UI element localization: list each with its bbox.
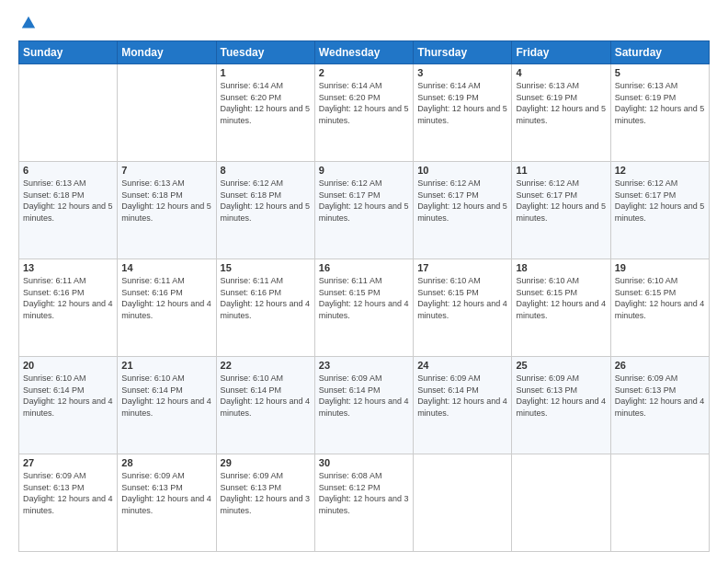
calendar-cell xyxy=(610,454,709,552)
calendar-week-row: 13Sunrise: 6:11 AM Sunset: 6:16 PM Dayli… xyxy=(19,259,710,357)
day-info: Sunrise: 6:12 AM Sunset: 6:17 PM Dayligh… xyxy=(516,178,606,224)
day-info: Sunrise: 6:12 AM Sunset: 6:17 PM Dayligh… xyxy=(319,178,409,224)
day-info: Sunrise: 6:13 AM Sunset: 6:18 PM Dayligh… xyxy=(121,178,211,224)
calendar-cell xyxy=(512,454,610,552)
logo xyxy=(18,15,37,31)
day-header-saturday: Saturday xyxy=(610,41,709,64)
day-number: 12 xyxy=(615,165,705,176)
calendar-cell: 9Sunrise: 6:12 AM Sunset: 6:17 PM Daylig… xyxy=(314,162,413,259)
day-number: 24 xyxy=(417,360,507,371)
day-info: Sunrise: 6:09 AM Sunset: 6:13 PM Dayligh… xyxy=(516,373,606,419)
calendar-cell: 20Sunrise: 6:10 AM Sunset: 6:14 PM Dayli… xyxy=(19,357,118,454)
calendar-cell: 15Sunrise: 6:11 AM Sunset: 6:16 PM Dayli… xyxy=(216,259,314,357)
day-info: Sunrise: 6:10 AM Sunset: 6:15 PM Dayligh… xyxy=(615,275,705,321)
day-info: Sunrise: 6:14 AM Sunset: 6:20 PM Dayligh… xyxy=(221,80,311,126)
day-info: Sunrise: 6:09 AM Sunset: 6:14 PM Dayligh… xyxy=(417,373,507,419)
calendar-week-row: 6Sunrise: 6:13 AM Sunset: 6:18 PM Daylig… xyxy=(19,162,710,259)
day-number: 3 xyxy=(417,67,507,78)
calendar-cell xyxy=(19,64,118,162)
calendar-cell: 22Sunrise: 6:10 AM Sunset: 6:14 PM Dayli… xyxy=(216,357,314,454)
calendar-cell: 26Sunrise: 6:09 AM Sunset: 6:13 PM Dayli… xyxy=(610,357,709,454)
day-number: 25 xyxy=(516,360,606,371)
day-number: 26 xyxy=(615,360,705,371)
calendar-cell: 7Sunrise: 6:13 AM Sunset: 6:18 PM Daylig… xyxy=(118,162,216,259)
day-number: 22 xyxy=(221,360,311,371)
day-number: 15 xyxy=(221,262,311,273)
calendar-cell: 6Sunrise: 6:13 AM Sunset: 6:18 PM Daylig… xyxy=(19,162,118,259)
calendar-cell: 23Sunrise: 6:09 AM Sunset: 6:14 PM Dayli… xyxy=(314,357,413,454)
day-info: Sunrise: 6:14 AM Sunset: 6:19 PM Dayligh… xyxy=(417,80,507,126)
calendar-cell: 14Sunrise: 6:11 AM Sunset: 6:16 PM Dayli… xyxy=(118,259,216,357)
calendar-cell: 17Sunrise: 6:10 AM Sunset: 6:15 PM Dayli… xyxy=(414,259,512,357)
day-info: Sunrise: 6:13 AM Sunset: 6:19 PM Dayligh… xyxy=(615,80,705,126)
day-number: 11 xyxy=(516,165,606,176)
day-info: Sunrise: 6:09 AM Sunset: 6:13 PM Dayligh… xyxy=(23,470,113,516)
calendar-week-row: 20Sunrise: 6:10 AM Sunset: 6:14 PM Dayli… xyxy=(19,357,710,454)
calendar-cell: 10Sunrise: 6:12 AM Sunset: 6:17 PM Dayli… xyxy=(414,162,512,259)
calendar-header-row: SundayMondayTuesdayWednesdayThursdayFrid… xyxy=(19,41,710,64)
day-info: Sunrise: 6:13 AM Sunset: 6:19 PM Dayligh… xyxy=(516,80,606,126)
day-info: Sunrise: 6:11 AM Sunset: 6:16 PM Dayligh… xyxy=(23,275,113,321)
calendar-cell: 27Sunrise: 6:09 AM Sunset: 6:13 PM Dayli… xyxy=(19,454,118,552)
calendar-cell xyxy=(118,64,216,162)
day-info: Sunrise: 6:11 AM Sunset: 6:15 PM Dayligh… xyxy=(319,275,409,321)
day-info: Sunrise: 6:09 AM Sunset: 6:13 PM Dayligh… xyxy=(121,470,211,516)
day-header-friday: Friday xyxy=(512,41,610,64)
day-info: Sunrise: 6:08 AM Sunset: 6:12 PM Dayligh… xyxy=(319,470,409,516)
day-info: Sunrise: 6:11 AM Sunset: 6:16 PM Dayligh… xyxy=(121,275,211,321)
calendar-cell: 25Sunrise: 6:09 AM Sunset: 6:13 PM Dayli… xyxy=(512,357,610,454)
day-number: 29 xyxy=(221,457,311,468)
calendar-week-row: 1Sunrise: 6:14 AM Sunset: 6:20 PM Daylig… xyxy=(19,64,710,162)
day-header-wednesday: Wednesday xyxy=(314,41,413,64)
day-info: Sunrise: 6:12 AM Sunset: 6:17 PM Dayligh… xyxy=(615,178,705,224)
calendar-cell: 12Sunrise: 6:12 AM Sunset: 6:17 PM Dayli… xyxy=(610,162,709,259)
day-number: 9 xyxy=(319,165,409,176)
day-info: Sunrise: 6:09 AM Sunset: 6:13 PM Dayligh… xyxy=(615,373,705,419)
day-info: Sunrise: 6:10 AM Sunset: 6:15 PM Dayligh… xyxy=(417,275,507,321)
day-number: 1 xyxy=(221,67,311,78)
calendar-cell xyxy=(414,454,512,552)
calendar-cell: 3Sunrise: 6:14 AM Sunset: 6:19 PM Daylig… xyxy=(414,64,512,162)
day-number: 6 xyxy=(23,165,113,176)
day-number: 19 xyxy=(615,262,705,273)
day-number: 16 xyxy=(319,262,409,273)
day-number: 23 xyxy=(319,360,409,371)
day-info: Sunrise: 6:13 AM Sunset: 6:18 PM Dayligh… xyxy=(23,178,113,224)
calendar-cell: 11Sunrise: 6:12 AM Sunset: 6:17 PM Dayli… xyxy=(512,162,610,259)
day-number: 10 xyxy=(417,165,507,176)
day-number: 18 xyxy=(516,262,606,273)
day-header-sunday: Sunday xyxy=(19,41,118,64)
day-info: Sunrise: 6:09 AM Sunset: 6:13 PM Dayligh… xyxy=(221,470,311,516)
day-info: Sunrise: 6:10 AM Sunset: 6:14 PM Dayligh… xyxy=(121,373,211,419)
day-number: 4 xyxy=(516,67,606,78)
logo-icon xyxy=(20,15,37,31)
day-number: 27 xyxy=(23,457,113,468)
calendar-cell: 21Sunrise: 6:10 AM Sunset: 6:14 PM Dayli… xyxy=(118,357,216,454)
calendar-cell: 8Sunrise: 6:12 AM Sunset: 6:18 PM Daylig… xyxy=(216,162,314,259)
svg-marker-0 xyxy=(22,17,35,29)
calendar-cell: 18Sunrise: 6:10 AM Sunset: 6:15 PM Dayli… xyxy=(512,259,610,357)
day-info: Sunrise: 6:10 AM Sunset: 6:14 PM Dayligh… xyxy=(221,373,311,419)
day-number: 8 xyxy=(221,165,311,176)
calendar-cell: 5Sunrise: 6:13 AM Sunset: 6:19 PM Daylig… xyxy=(610,64,709,162)
calendar-week-row: 27Sunrise: 6:09 AM Sunset: 6:13 PM Dayli… xyxy=(19,454,710,552)
day-header-tuesday: Tuesday xyxy=(216,41,314,64)
page-header xyxy=(18,15,710,31)
calendar-cell: 13Sunrise: 6:11 AM Sunset: 6:16 PM Dayli… xyxy=(19,259,118,357)
day-info: Sunrise: 6:10 AM Sunset: 6:15 PM Dayligh… xyxy=(516,275,606,321)
day-info: Sunrise: 6:09 AM Sunset: 6:14 PM Dayligh… xyxy=(319,373,409,419)
calendar-cell: 1Sunrise: 6:14 AM Sunset: 6:20 PM Daylig… xyxy=(216,64,314,162)
calendar-cell: 2Sunrise: 6:14 AM Sunset: 6:20 PM Daylig… xyxy=(314,64,413,162)
day-number: 20 xyxy=(23,360,113,371)
day-info: Sunrise: 6:10 AM Sunset: 6:14 PM Dayligh… xyxy=(23,373,113,419)
day-number: 21 xyxy=(121,360,211,371)
day-header-thursday: Thursday xyxy=(414,41,512,64)
day-info: Sunrise: 6:11 AM Sunset: 6:16 PM Dayligh… xyxy=(221,275,311,321)
calendar-cell: 28Sunrise: 6:09 AM Sunset: 6:13 PM Dayli… xyxy=(118,454,216,552)
day-number: 2 xyxy=(319,67,409,78)
day-number: 7 xyxy=(121,165,211,176)
day-number: 5 xyxy=(615,67,705,78)
day-header-monday: Monday xyxy=(118,41,216,64)
day-number: 17 xyxy=(417,262,507,273)
day-info: Sunrise: 6:14 AM Sunset: 6:20 PM Dayligh… xyxy=(319,80,409,126)
